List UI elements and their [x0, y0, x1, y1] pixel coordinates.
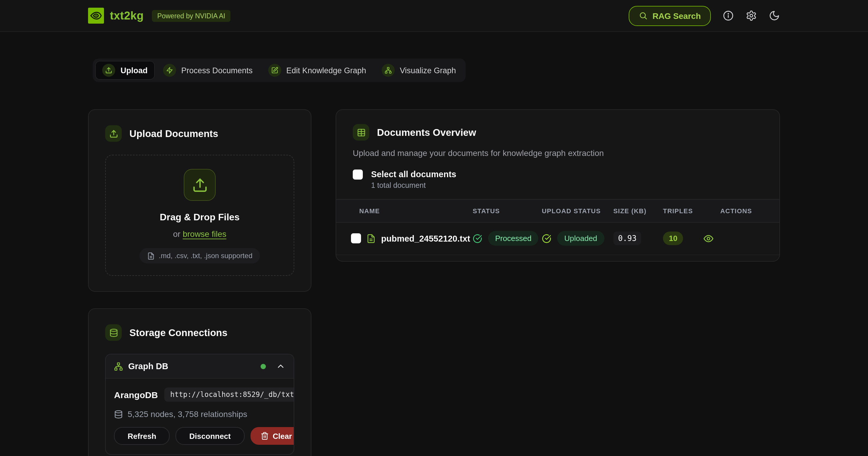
- table-row: pubmed_24552120.txt Processed: [336, 222, 779, 255]
- graph-db-stats: 5,325 nodes, 3,758 relationships: [128, 409, 247, 419]
- upload-icon: [184, 169, 216, 201]
- documents-card-title: Documents Overview: [377, 127, 476, 138]
- disconnect-button[interactable]: Disconnect: [176, 427, 244, 445]
- file-text-icon: [366, 234, 376, 243]
- graph-db-header[interactable]: Graph DB: [106, 354, 294, 378]
- storage-connections-card: Storage Connections Graph DB: [88, 308, 311, 456]
- view-document-button[interactable]: [699, 233, 714, 243]
- nvidia-logo-icon: [88, 8, 104, 24]
- graph-db-provider: ArangoDB: [114, 390, 158, 400]
- tab-edit-knowledge-graph[interactable]: Edit Knowledge Graph: [261, 61, 373, 80]
- chevron-up-icon: [276, 361, 285, 371]
- clear-button[interactable]: Clear: [250, 427, 294, 445]
- dropzone-subtext: or browse files: [173, 229, 226, 239]
- row-checkbox[interactable]: [351, 233, 361, 243]
- tab-visualize-graph[interactable]: Visualize Graph: [374, 61, 463, 80]
- settings-button[interactable]: [746, 10, 757, 21]
- column-header-triples: Triples: [663, 207, 699, 214]
- zap-icon: [163, 64, 176, 77]
- upload-card-title: Upload Documents: [129, 128, 218, 139]
- check-circle-icon: [542, 234, 551, 243]
- app-header: txt2kg Powered by NVIDIA AI RAG Search: [0, 0, 868, 32]
- triples-badge: 10: [663, 232, 683, 245]
- total-documents-label: 1 total document: [371, 181, 457, 189]
- graph-network-icon: [114, 362, 123, 371]
- column-header-size: Size (KB): [613, 207, 663, 214]
- select-all-label: Select all documents: [371, 169, 457, 179]
- search-icon: [639, 11, 648, 20]
- rag-search-button[interactable]: RAG Search: [629, 6, 711, 26]
- graph-db-label: Graph DB: [128, 361, 255, 371]
- graph-db-panel: Graph DB ArangoDB http://localhost:8529/…: [105, 354, 294, 455]
- header-actions: RAG Search: [629, 6, 780, 26]
- documents-overview-card: Documents Overview Upload and manage you…: [336, 109, 780, 261]
- column-header-upload-status: Upload Status: [542, 207, 613, 214]
- tab-upload[interactable]: Upload: [95, 61, 155, 80]
- column-header-status: Status: [473, 207, 542, 214]
- graph-network-icon: [381, 64, 395, 77]
- upload-icon: [105, 125, 122, 142]
- info-icon: [723, 10, 734, 21]
- refresh-button[interactable]: Refresh: [114, 427, 170, 445]
- table-icon: [353, 124, 369, 140]
- powered-by-badge: Powered by NVIDIA AI: [152, 10, 230, 22]
- select-all-checkbox[interactable]: [353, 169, 363, 180]
- moon-icon: [769, 10, 780, 21]
- graph-db-url: http://localhost:8529/_db/txt2kg: [164, 388, 294, 402]
- column-header-actions: Actions: [699, 207, 779, 214]
- trash-icon: [260, 432, 269, 440]
- file-dropzone[interactable]: Drag & Drop Files or browse files .md, .…: [105, 155, 294, 276]
- file-icon: [147, 252, 155, 260]
- eye-icon: [703, 233, 714, 243]
- upload-documents-card: Upload Documents Drag & Drop Files or br…: [88, 109, 311, 292]
- gear-icon: [746, 10, 757, 21]
- document-name: pubmed_24552120.txt: [381, 234, 470, 243]
- supported-formats-pill: .md, .csv, .txt, .json supported: [139, 248, 260, 263]
- check-circle-icon: [473, 234, 482, 243]
- table-header-row: Name Status Upload Status Size (KB) Trip…: [336, 199, 779, 222]
- app-title: txt2kg: [110, 9, 144, 22]
- brand-group: txt2kg Powered by NVIDIA AI: [88, 8, 230, 24]
- column-header-name: Name: [336, 207, 473, 214]
- main-tabbar: Upload Process Documents Edit Knowledge …: [93, 59, 465, 82]
- dropzone-title: Drag & Drop Files: [160, 212, 240, 223]
- documents-table: Name Status Upload Status Size (KB) Trip…: [336, 199, 779, 255]
- storage-card-title: Storage Connections: [129, 327, 227, 338]
- database-icon: [114, 410, 123, 419]
- browse-files-link[interactable]: browse files: [183, 229, 226, 239]
- status-badge: Processed: [488, 231, 538, 246]
- database-icon: [105, 324, 122, 341]
- upload-status-badge: Uploaded: [557, 231, 604, 246]
- size-value: 0.93: [613, 232, 642, 245]
- app-root: txt2kg Powered by NVIDIA AI RAG Search: [0, 0, 868, 456]
- upload-icon: [102, 64, 115, 77]
- graph-db-body: ArangoDB http://localhost:8529/_db/txt2k…: [106, 378, 294, 454]
- edit-icon: [268, 64, 281, 77]
- graph-db-status-dot: [260, 364, 266, 369]
- theme-toggle-button[interactable]: [769, 10, 780, 21]
- info-button[interactable]: [723, 10, 734, 21]
- documents-card-subtitle: Upload and manage your documents for kno…: [353, 148, 763, 158]
- tab-process-documents[interactable]: Process Documents: [156, 61, 260, 80]
